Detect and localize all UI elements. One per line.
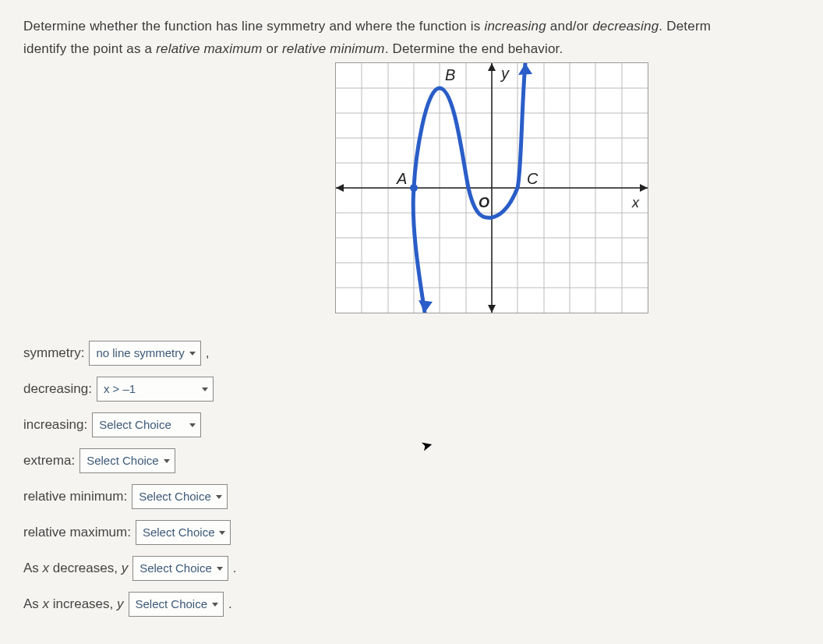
select-x-increases[interactable]: Select Choice [129,592,224,617]
label-c: C [527,170,539,187]
select-value: Select Choice [136,597,208,610]
axes [336,63,648,313]
graph-container: A B C O y x [335,62,800,313]
text-italic: decreasing [592,19,659,34]
row-decreasing: decreasing: x > –1 [23,377,800,402]
label-xdec: As x decreases, y [23,561,128,576]
label-extrema: extrema: [23,453,75,469]
row-relative-maximum: relative maximum: Select Choice [23,520,800,545]
row-x-increases: As x increases, y Select Choice . [23,592,800,617]
text: . Determine the end behavior. [385,41,563,56]
select-value: Select Choice [143,525,215,539]
label-y-axis: y [500,65,510,82]
text-italic: x [43,561,50,575]
period: . [228,596,232,612]
select-value: Select Choice [140,561,212,575]
select-value: no line symmetry [96,346,184,359]
row-extrema: extrema: Select Choice [23,448,800,473]
text: As [23,561,43,575]
text: Determine whether the function has line … [23,19,484,34]
select-value: x > –1 [104,382,136,395]
label-a: A [396,170,407,187]
label-xinc: As x increases, y [23,596,124,612]
text-italic: y [122,561,129,575]
select-increasing[interactable]: Select Choice [92,412,201,437]
select-relative-maximum[interactable]: Select Choice [136,520,231,545]
comma: , [206,345,210,361]
label-b: B [445,66,455,83]
question-prompt: Determine whether the function has line … [23,16,800,61]
prompt-line-1: Determine whether the function has line … [23,16,800,38]
text: or [263,41,282,56]
svg-marker-22 [640,184,648,192]
curve-arrow-down [419,300,433,313]
select-value: Select Choice [99,418,171,431]
select-relative-minimum[interactable]: Select Choice [132,484,228,509]
period: . [233,561,237,576]
row-symmetry: symmetry: no line symmetry , [23,341,800,366]
answer-section: symmetry: no line symmetry , decreasing:… [23,341,800,617]
select-value: Select Choice [139,490,211,503]
function-graph: A B C O y x [335,62,648,313]
text: As [23,596,43,611]
label-x-axis: x [631,195,640,211]
text: and/or [546,19,592,34]
label-increasing: increasing: [23,417,87,433]
text-italic: relative minimum [282,41,385,56]
text-italic: y [117,596,124,611]
svg-marker-23 [336,184,344,192]
label-origin: O [479,195,489,211]
prompt-line-2: identify the point as a relative maximum… [23,38,800,61]
text: . Determ [659,19,711,34]
select-symmetry[interactable]: no line symmetry [89,341,200,366]
text: identify the point as a [23,41,156,56]
label-symmetry: symmetry: [23,345,84,361]
select-extrema[interactable]: Select Choice [79,448,175,473]
svg-marker-24 [488,63,496,71]
select-decreasing[interactable]: x > –1 [97,377,214,402]
curve-arrow-up [518,63,532,75]
svg-marker-25 [488,305,496,313]
text-italic: x [43,596,50,611]
text-italic: relative maximum [156,41,262,56]
select-x-decreases[interactable]: Select Choice [132,556,228,581]
label-relmin: relative minimum: [23,489,127,504]
text: increases, [49,596,117,611]
point-a-dot [410,184,418,192]
select-value: Select Choice [87,454,159,467]
row-increasing: increasing: Select Choice [23,412,800,437]
label-decreasing: decreasing: [23,381,92,397]
row-relative-minimum: relative minimum: Select Choice [23,484,800,509]
row-x-decreases: As x decreases, y Select Choice . [23,556,800,581]
text: decreases, [49,561,122,575]
label-relmax: relative maximum: [23,525,131,540]
text-italic: increasing [484,19,546,34]
